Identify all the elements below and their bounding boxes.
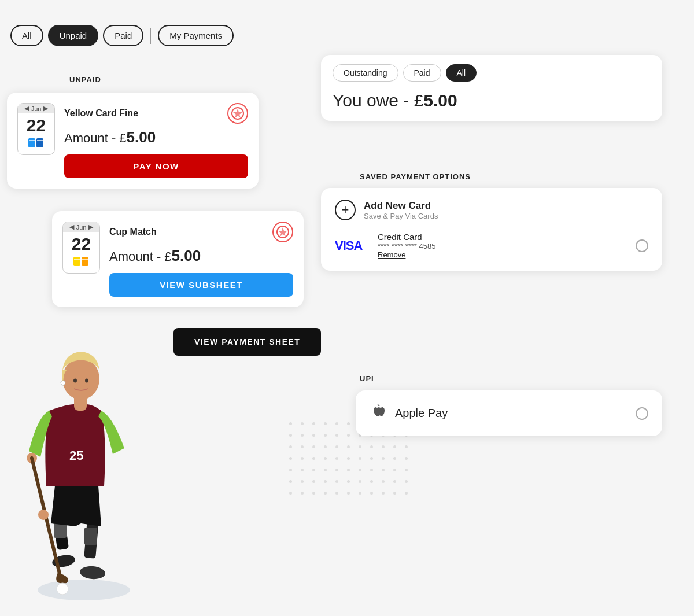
svg-point-23 <box>85 379 88 383</box>
svg-point-14 <box>79 565 106 580</box>
svg-rect-1 <box>36 138 43 147</box>
card-radio-button[interactable] <box>636 239 648 252</box>
apple-pay-card: Apple Pay <box>356 390 662 436</box>
card-number: **** **** **** 4585 <box>378 242 627 250</box>
club-badge-fine <box>227 103 248 124</box>
svg-point-22 <box>73 379 77 383</box>
add-card-text: Add New Card Save & Pay Via Cards <box>364 200 438 220</box>
tab-divider <box>150 28 151 44</box>
tab-paid[interactable]: Paid <box>403 64 441 82</box>
svg-rect-18 <box>84 528 97 545</box>
fine-card-content: Yellow Card Fine Amount - £5.00 PAY NOW <box>64 103 248 178</box>
saved-payment-label: SAVED PAYMENT OPTIONS <box>360 172 471 181</box>
svg-point-28 <box>38 510 49 520</box>
yellow-card-fine-card: ◀ Jun ▶ 22 Yellow Card Fine Amou <box>7 93 259 189</box>
calendar-icon-fine <box>28 137 45 152</box>
tab-unpaid[interactable]: Unpaid <box>48 25 99 46</box>
date-badge-fine: ◀ Jun ▶ 22 <box>17 103 55 155</box>
apple-logo-icon <box>370 403 386 423</box>
apple-pay-label: Apple Pay <box>395 407 626 420</box>
add-card-row: + Add New Card Save & Pay Via Cards <box>335 200 648 220</box>
status-tabs: Outstanding Paid All <box>333 64 651 82</box>
tab-my-payments[interactable]: My Payments <box>158 25 234 46</box>
svg-rect-3 <box>37 140 43 141</box>
remove-card-link[interactable]: Remove <box>378 250 627 259</box>
player-svg: 25 <box>0 231 168 602</box>
player-figure: 25 <box>0 231 168 602</box>
fine-amount: Amount - £5.00 <box>64 128 248 146</box>
fine-card-title: Yellow Card Fine <box>64 108 138 119</box>
upi-label: UPI <box>360 374 374 383</box>
tab-all[interactable]: All <box>446 64 477 82</box>
visa-card-row: VISA Credit Card **** **** **** 4585 Rem… <box>335 232 648 259</box>
filter-tabs: All Unpaid Paid My Payments <box>10 25 234 46</box>
date-month-fine: ◀ Jun ▶ <box>18 104 54 113</box>
apple-pay-radio-button[interactable] <box>636 407 648 420</box>
add-card-subtitle: Save & Pay Via Cards <box>364 212 438 220</box>
add-card-title: Add New Card <box>364 200 438 212</box>
svg-text:25: 25 <box>69 448 83 463</box>
tab-outstanding[interactable]: Outstanding <box>333 64 398 82</box>
svg-point-24 <box>61 381 65 385</box>
tab-all[interactable]: All <box>10 25 43 46</box>
date-month-cup: ◀ Jun ▶ <box>63 222 99 232</box>
card-type: Credit Card <box>378 232 627 242</box>
svg-rect-2 <box>29 140 35 141</box>
unpaid-section-label: UNPAID <box>69 75 101 84</box>
date-day-fine: 22 <box>27 116 46 135</box>
card-info: Credit Card **** **** **** 4585 Remove <box>378 232 627 259</box>
club-badge-cup <box>272 222 293 242</box>
owe-label: You owe - £5.00 <box>333 91 651 110</box>
visa-logo: VISA <box>335 238 370 253</box>
pay-now-button[interactable]: PAY NOW <box>64 154 248 178</box>
tab-paid[interactable]: Paid <box>103 25 143 46</box>
svg-rect-0 <box>28 138 35 147</box>
owe-amount: 5.00 <box>423 91 457 110</box>
svg-point-21 <box>62 358 99 400</box>
add-icon[interactable]: + <box>335 200 356 220</box>
fine-title-row: Yellow Card Fine <box>64 103 248 124</box>
svg-point-12 <box>38 580 130 600</box>
svg-point-27 <box>57 583 68 595</box>
saved-payment-card: + Add New Card Save & Pay Via Cards VISA… <box>321 188 662 271</box>
view-payment-sheet-button[interactable]: VIEW PAYMENT SHEET <box>174 328 321 356</box>
status-card: Outstanding Paid All You owe - £5.00 <box>321 55 662 121</box>
